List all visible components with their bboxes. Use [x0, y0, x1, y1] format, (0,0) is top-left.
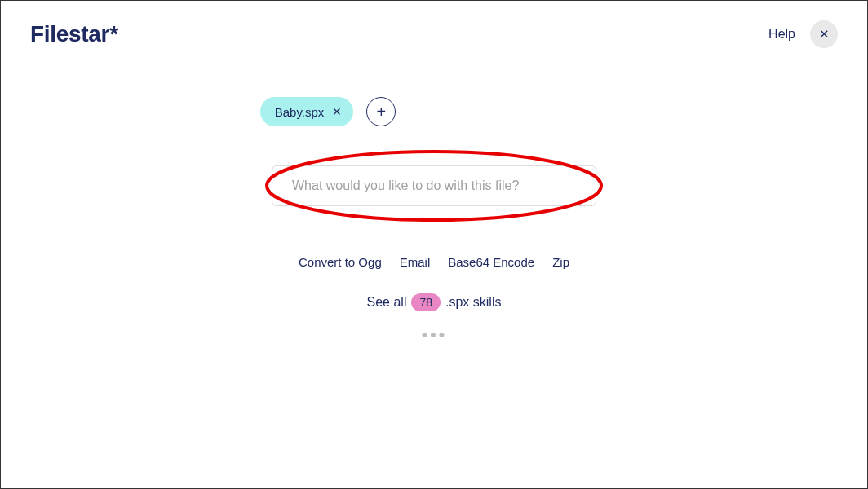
- action-search-input[interactable]: [272, 165, 596, 206]
- close-button[interactable]: ✕: [810, 20, 838, 48]
- add-file-button[interactable]: +: [366, 97, 396, 126]
- app-logo: Filestar*: [30, 21, 118, 47]
- see-all-skills-link[interactable]: See all 78 .spx skills: [367, 293, 502, 311]
- suggestion-email[interactable]: Email: [400, 255, 431, 269]
- more-dots-icon[interactable]: ●●●: [421, 328, 446, 341]
- close-icon: ✕: [819, 27, 830, 42]
- help-link[interactable]: Help: [768, 27, 795, 42]
- remove-file-icon[interactable]: ✕: [332, 106, 342, 117]
- file-chip-label: Baby.spx: [275, 105, 325, 119]
- file-row: Baby.spx ✕ +: [260, 97, 396, 126]
- suggestion-convert-to-ogg[interactable]: Convert to Ogg: [299, 255, 382, 269]
- header-controls: Help ✕: [768, 20, 838, 48]
- plus-icon: +: [376, 103, 386, 121]
- suggestion-zip[interactable]: Zip: [552, 255, 569, 269]
- main-content: Baby.spx ✕ + Convert to Ogg Email Base64…: [1, 97, 867, 341]
- skills-count-badge: 78: [411, 293, 441, 311]
- see-all-prefix: See all: [367, 295, 407, 310]
- file-chip[interactable]: Baby.spx ✕: [260, 97, 354, 126]
- suggestion-base64-encode[interactable]: Base64 Encode: [448, 255, 534, 269]
- see-all-suffix: .spx skills: [445, 295, 501, 310]
- app-header: Filestar* Help ✕: [1, 1, 867, 48]
- suggestions-row: Convert to Ogg Email Base64 Encode Zip: [299, 255, 569, 269]
- search-container: [272, 165, 596, 206]
